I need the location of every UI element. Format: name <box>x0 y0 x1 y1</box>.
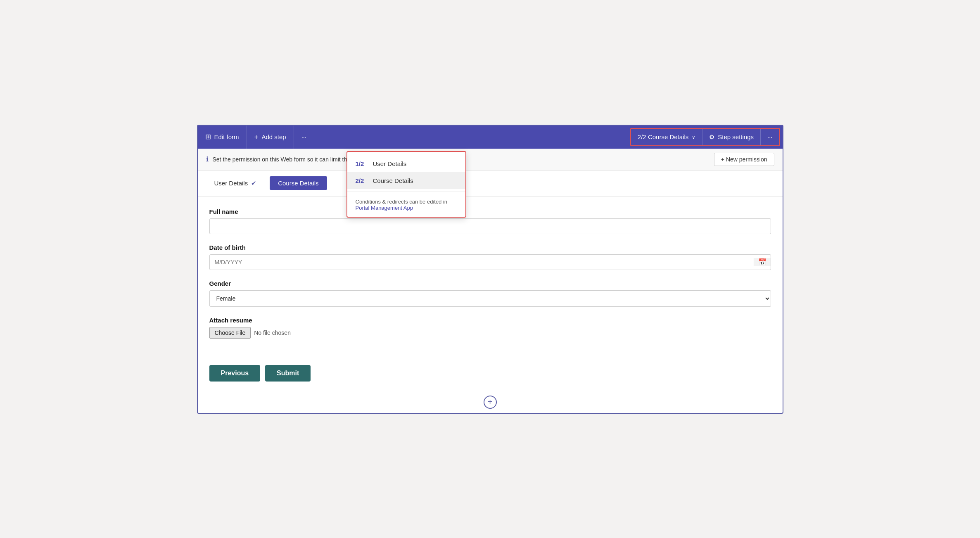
toolbar: ⊞ Edit form + Add step ··· 2/2 Course De… <box>198 126 783 149</box>
edit-form-label: Edit form <box>214 133 239 140</box>
dropdown-step1-label: User Details <box>373 160 407 167</box>
step-settings-label: Step settings <box>718 133 754 140</box>
dropdown-divider <box>347 192 465 192</box>
bottom-nav: Previous Submit <box>198 358 783 391</box>
add-step-label: Add step <box>261 133 286 140</box>
page-wrapper: ⊞ Edit form + Add step ··· 2/2 Course De… <box>197 125 783 414</box>
submit-button[interactable]: Submit <box>265 365 311 382</box>
dob-label: Date of birth <box>209 244 771 251</box>
step-group: 2/2 Course Details ∨ ⚙ Step settings ··· <box>630 128 780 146</box>
step-settings-button[interactable]: ⚙ Step settings <box>702 129 761 145</box>
choose-file-label: Choose File <box>215 329 246 336</box>
toolbar-more-label: ··· <box>301 133 307 140</box>
dropdown-footer-text: Conditions & redirects can be edited in <box>356 199 448 205</box>
dob-input[interactable] <box>210 255 754 270</box>
step-dropdown: 1/2 User Details 2/2 Course Details Cond… <box>346 151 466 218</box>
step-tab-1[interactable]: User Details ✔ <box>206 176 265 190</box>
edit-form-button[interactable]: ⊞ Edit form <box>198 126 247 149</box>
edit-icon: ⊞ <box>205 133 211 141</box>
step-more-label: ··· <box>767 133 773 140</box>
full-name-label: Full name <box>209 208 771 215</box>
new-permission-label: + New permission <box>721 156 767 163</box>
gear-icon: ⚙ <box>709 133 714 141</box>
chevron-down-icon: ∨ <box>692 134 695 140</box>
dropdown-footer: Conditions & redirects can be edited in … <box>347 194 465 211</box>
add-step-button[interactable]: + Add step <box>247 126 294 149</box>
attach-resume-label: Attach resume <box>209 317 771 324</box>
file-upload-row: Choose File No file chosen <box>209 327 771 339</box>
dob-field-group: Date of birth 📅 <box>209 244 771 270</box>
submit-label: Submit <box>277 370 299 377</box>
add-below-button[interactable]: + <box>484 396 497 409</box>
gender-field-group: Gender Female Male Other Prefer not to s… <box>209 280 771 307</box>
form-area: Full name Date of birth 📅 Gender Female … <box>198 197 783 358</box>
step-label: 2/2 Course Details <box>638 133 688 140</box>
check-icon: ✔ <box>251 180 256 187</box>
step-more-button[interactable]: ··· <box>761 129 779 145</box>
info-icon: ℹ <box>206 155 209 163</box>
calendar-icon: 📅 <box>754 258 771 266</box>
plus-icon: + <box>254 133 259 141</box>
portal-management-link[interactable]: Portal Management App <box>356 205 413 211</box>
step1-label: User Details <box>214 180 248 187</box>
permission-banner: ℹ Set the permission on this Web form so… <box>198 149 783 171</box>
steps-row: User Details ✔ Course Details <box>198 171 783 197</box>
step-tab-2[interactable]: Course Details <box>270 176 327 190</box>
full-name-field-group: Full name <box>209 208 771 234</box>
step2-label: Course Details <box>278 180 318 187</box>
add-below-row: + <box>198 391 783 413</box>
no-file-text: No file chosen <box>254 329 291 336</box>
step-selector-button[interactable]: 2/2 Course Details ∨ <box>631 129 702 145</box>
choose-file-button[interactable]: Choose File <box>209 327 251 339</box>
dropdown-item-1[interactable]: 1/2 User Details <box>347 155 465 172</box>
new-permission-button[interactable]: + New permission <box>714 153 774 166</box>
full-name-input[interactable] <box>209 218 771 234</box>
dropdown-step2-num: 2/2 <box>356 177 368 184</box>
dropdown-step1-num: 1/2 <box>356 160 368 167</box>
toolbar-more-button[interactable]: ··· <box>294 126 315 149</box>
dob-input-wrapper: 📅 <box>209 254 771 270</box>
attach-resume-field-group: Attach resume Choose File No file chosen <box>209 317 771 339</box>
previous-button[interactable]: Previous <box>209 365 261 382</box>
add-below-label: + <box>488 397 493 407</box>
previous-label: Previous <box>221 370 249 377</box>
dropdown-step2-label: Course Details <box>373 177 413 184</box>
dropdown-item-2[interactable]: 2/2 Course Details <box>347 172 465 189</box>
gender-select[interactable]: Female Male Other Prefer not to say <box>209 290 771 307</box>
gender-label: Gender <box>209 280 771 287</box>
